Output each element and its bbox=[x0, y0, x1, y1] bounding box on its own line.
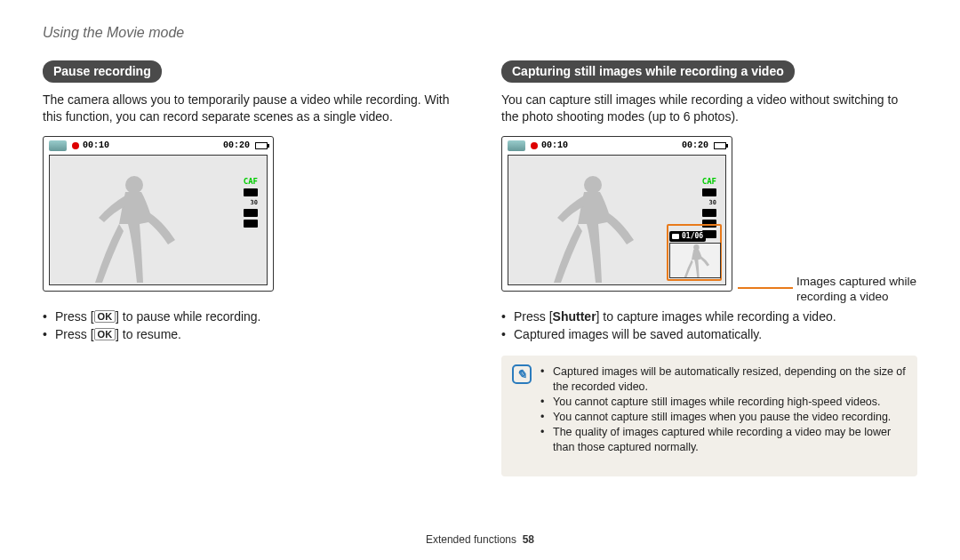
indicator-text: 30 bbox=[251, 199, 258, 206]
note-icon: ✎ bbox=[512, 364, 532, 384]
time-elapsed: 00:10 bbox=[541, 140, 568, 150]
note-item: Captured images will be automatically re… bbox=[540, 364, 907, 395]
time-remain: 00:20 bbox=[223, 140, 250, 150]
note-list: Captured images will be automatically re… bbox=[540, 364, 907, 454]
indicator-icon bbox=[244, 220, 258, 228]
svg-point-2 bbox=[693, 244, 699, 250]
battery-icon bbox=[714, 142, 726, 149]
para-pause-recording: The camera allows you to temporarily pau… bbox=[43, 92, 459, 125]
left-column: Pause recording The camera allows you to… bbox=[43, 60, 459, 476]
footer-page-number: 58 bbox=[523, 533, 534, 546]
time-elapsed: 00:10 bbox=[83, 140, 109, 150]
instruction-item: Press [Shutter] to capture images while … bbox=[501, 308, 917, 325]
mode-icon bbox=[49, 140, 67, 151]
instruction-list-left: Press [OK] to pause while recording. Pre… bbox=[43, 308, 459, 344]
ok-button-label: OK bbox=[94, 310, 116, 323]
instruction-item: Press [OK] to resume. bbox=[43, 325, 459, 343]
heading-capture-stills: Capturing still images while recording a… bbox=[501, 60, 795, 83]
caf-indicator: CAF bbox=[702, 177, 716, 186]
indicator-icon bbox=[244, 188, 258, 196]
figure-skater-illustration bbox=[538, 169, 636, 284]
capture-thumbnail: 01/06 bbox=[667, 224, 722, 281]
page-footer: Extended functions 58 bbox=[0, 533, 960, 546]
record-icon bbox=[72, 142, 79, 149]
time-remain: 00:20 bbox=[682, 140, 708, 150]
instruction-item: Captured images will be saved automatica… bbox=[501, 325, 917, 343]
battery-icon bbox=[255, 142, 268, 149]
record-icon bbox=[531, 142, 538, 149]
note-item: The quality of images captured while rec… bbox=[540, 425, 907, 455]
ok-button-label: OK bbox=[94, 328, 116, 340]
caf-indicator: CAF bbox=[244, 177, 258, 186]
indicator-text: 30 bbox=[709, 199, 716, 206]
note-box: ✎ Captured images will be automatically … bbox=[501, 356, 917, 476]
svg-point-0 bbox=[125, 176, 143, 194]
note-item: You cannot capture still images when you… bbox=[540, 410, 907, 425]
instruction-list-right: Press [Shutter] to capture images while … bbox=[501, 308, 917, 344]
instruction-item: Press [OK] to pause while recording. bbox=[43, 308, 459, 325]
para-capture-stills: You can capture still images while recor… bbox=[501, 92, 917, 125]
callout-line bbox=[738, 287, 793, 289]
note-item: You cannot capture still images while re… bbox=[540, 395, 907, 410]
page-section-title: Using the Movie mode bbox=[43, 25, 917, 41]
mode-icon bbox=[508, 140, 525, 151]
footer-section: Extended functions bbox=[426, 533, 516, 546]
camera-icon bbox=[672, 234, 679, 239]
right-column: Capturing still images while recording a… bbox=[501, 60, 917, 476]
lcd-screenshot-right: 00:10 00:20 CAF 30 bbox=[501, 136, 732, 292]
heading-pause-recording: Pause recording bbox=[43, 60, 162, 83]
indicator-icon bbox=[702, 188, 716, 196]
indicator-icon bbox=[702, 209, 716, 217]
shutter-label: Shutter bbox=[553, 309, 596, 324]
thumb-count: 01/06 bbox=[682, 233, 703, 240]
lcd-screenshot-left: 00:10 00:20 CAF 30 bbox=[43, 136, 274, 292]
svg-point-1 bbox=[584, 176, 602, 194]
callout-text: Images captured while recording a video bbox=[796, 274, 917, 305]
indicator-icon bbox=[244, 209, 258, 217]
figure-skater-illustration bbox=[79, 169, 177, 284]
